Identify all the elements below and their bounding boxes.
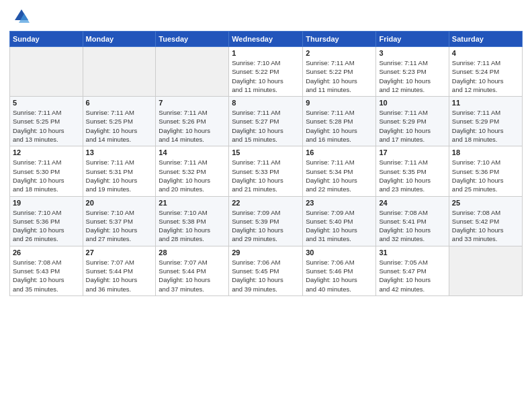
day-detail: Sunrise: 7:10 AM Sunset: 5:38 PM Dayligh… (159, 208, 226, 244)
day-detail: Sunrise: 7:06 AM Sunset: 5:46 PM Dayligh… (306, 258, 373, 293)
calendar-table: SundayMondayTuesdayWednesdayThursdayFrid… (9, 31, 523, 296)
day-detail: Sunrise: 7:08 AM Sunset: 5:41 PM Dayligh… (379, 208, 445, 244)
day-number: 20 (86, 199, 153, 207)
calendar-cell: 31Sunrise: 7:05 AM Sunset: 5:47 PM Dayli… (376, 246, 449, 295)
header (9, 7, 523, 27)
day-number: 26 (13, 248, 80, 257)
calendar-cell: 11Sunrise: 7:11 AM Sunset: 5:29 PM Dayli… (449, 97, 522, 146)
calendar-week-row: 12Sunrise: 7:11 AM Sunset: 5:30 PM Dayli… (10, 146, 523, 196)
day-detail: Sunrise: 7:11 AM Sunset: 5:26 PM Dayligh… (159, 108, 226, 144)
day-number: 12 (13, 148, 80, 156)
day-detail: Sunrise: 7:11 AM Sunset: 5:29 PM Dayligh… (452, 108, 519, 144)
day-detail: Sunrise: 7:11 AM Sunset: 5:32 PM Dayligh… (159, 158, 226, 193)
day-detail: Sunrise: 7:11 AM Sunset: 5:27 PM Dayligh… (232, 108, 300, 144)
day-detail: Sunrise: 7:06 AM Sunset: 5:45 PM Dayligh… (232, 258, 300, 293)
calendar-cell: 22Sunrise: 7:09 AM Sunset: 5:39 PM Dayli… (229, 196, 303, 246)
day-detail: Sunrise: 7:10 AM Sunset: 5:37 PM Dayligh… (86, 208, 153, 244)
day-detail: Sunrise: 7:11 AM Sunset: 5:22 PM Dayligh… (306, 58, 373, 94)
day-detail: Sunrise: 7:08 AM Sunset: 5:43 PM Dayligh… (13, 258, 80, 293)
day-number: 8 (232, 99, 300, 107)
day-number: 30 (306, 248, 373, 257)
calendar-cell: 28Sunrise: 7:07 AM Sunset: 5:44 PM Dayli… (156, 246, 229, 295)
day-detail: Sunrise: 7:11 AM Sunset: 5:34 PM Dayligh… (306, 158, 373, 193)
calendar-cell: 21Sunrise: 7:10 AM Sunset: 5:38 PM Dayli… (156, 196, 229, 246)
day-number: 2 (306, 49, 373, 57)
day-number: 24 (379, 199, 445, 207)
day-detail: Sunrise: 7:10 AM Sunset: 5:36 PM Dayligh… (452, 158, 519, 193)
day-detail: Sunrise: 7:11 AM Sunset: 5:30 PM Dayligh… (13, 158, 80, 193)
calendar-cell: 13Sunrise: 7:11 AM Sunset: 5:31 PM Dayli… (83, 146, 156, 196)
day-number: 19 (13, 199, 80, 207)
day-of-week-header: Thursday (303, 32, 376, 47)
day-number: 17 (379, 148, 445, 156)
calendar-cell: 25Sunrise: 7:08 AM Sunset: 5:42 PM Dayli… (449, 196, 522, 246)
calendar-week-row: 19Sunrise: 7:10 AM Sunset: 5:36 PM Dayli… (10, 196, 523, 246)
day-number: 29 (232, 248, 300, 257)
calendar-cell: 16Sunrise: 7:11 AM Sunset: 5:34 PM Dayli… (303, 146, 376, 196)
day-number: 23 (306, 199, 373, 207)
day-detail: Sunrise: 7:11 AM Sunset: 5:25 PM Dayligh… (13, 108, 80, 144)
calendar-cell: 18Sunrise: 7:10 AM Sunset: 5:36 PM Dayli… (449, 146, 522, 196)
day-of-week-header: Tuesday (156, 32, 229, 47)
day-detail: Sunrise: 7:10 AM Sunset: 5:36 PM Dayligh… (13, 208, 80, 244)
day-detail: Sunrise: 7:08 AM Sunset: 5:42 PM Dayligh… (452, 208, 519, 244)
day-number: 13 (86, 148, 153, 156)
calendar-cell: 14Sunrise: 7:11 AM Sunset: 5:32 PM Dayli… (156, 146, 229, 196)
day-detail: Sunrise: 7:11 AM Sunset: 5:24 PM Dayligh… (452, 58, 519, 94)
calendar-cell (10, 47, 83, 97)
calendar-cell: 7Sunrise: 7:11 AM Sunset: 5:26 PM Daylig… (156, 97, 229, 146)
calendar-cell: 15Sunrise: 7:11 AM Sunset: 5:33 PM Dayli… (229, 146, 303, 196)
day-number: 1 (232, 49, 300, 57)
day-number: 27 (86, 248, 153, 257)
day-number: 3 (379, 49, 445, 57)
calendar-week-row: 5Sunrise: 7:11 AM Sunset: 5:25 PM Daylig… (10, 97, 523, 146)
day-number: 28 (159, 248, 226, 257)
calendar-cell: 5Sunrise: 7:11 AM Sunset: 5:25 PM Daylig… (10, 97, 83, 146)
day-detail: Sunrise: 7:11 AM Sunset: 5:35 PM Dayligh… (379, 158, 445, 193)
day-detail: Sunrise: 7:10 AM Sunset: 5:22 PM Dayligh… (232, 58, 300, 94)
day-detail: Sunrise: 7:07 AM Sunset: 5:44 PM Dayligh… (159, 258, 226, 293)
day-number: 14 (159, 148, 226, 156)
day-detail: Sunrise: 7:09 AM Sunset: 5:40 PM Dayligh… (306, 208, 373, 244)
day-number: 5 (13, 99, 80, 107)
day-detail: Sunrise: 7:09 AM Sunset: 5:39 PM Dayligh… (232, 208, 300, 244)
calendar-week-row: 1Sunrise: 7:10 AM Sunset: 5:22 PM Daylig… (10, 47, 523, 97)
day-number: 18 (452, 148, 519, 156)
day-detail: Sunrise: 7:11 AM Sunset: 5:28 PM Dayligh… (306, 108, 373, 144)
day-number: 25 (452, 199, 519, 207)
day-detail: Sunrise: 7:11 AM Sunset: 5:29 PM Dayligh… (379, 108, 445, 144)
day-number: 16 (306, 148, 373, 156)
day-number: 10 (379, 99, 445, 107)
calendar-cell: 30Sunrise: 7:06 AM Sunset: 5:46 PM Dayli… (303, 246, 376, 295)
calendar-cell: 24Sunrise: 7:08 AM Sunset: 5:41 PM Dayli… (376, 196, 449, 246)
day-of-week-header: Saturday (449, 32, 522, 47)
calendar-cell: 12Sunrise: 7:11 AM Sunset: 5:30 PM Dayli… (10, 146, 83, 196)
day-number: 7 (159, 99, 226, 107)
logo (9, 7, 32, 27)
calendar-cell: 26Sunrise: 7:08 AM Sunset: 5:43 PM Dayli… (10, 246, 83, 295)
calendar-week-row: 26Sunrise: 7:08 AM Sunset: 5:43 PM Dayli… (10, 246, 523, 295)
calendar-cell: 10Sunrise: 7:11 AM Sunset: 5:29 PM Dayli… (376, 97, 449, 146)
calendar-cell: 4Sunrise: 7:11 AM Sunset: 5:24 PM Daylig… (449, 47, 522, 97)
day-number: 9 (306, 99, 373, 107)
calendar-cell: 20Sunrise: 7:10 AM Sunset: 5:37 PM Dayli… (83, 196, 156, 246)
calendar-cell: 19Sunrise: 7:10 AM Sunset: 5:36 PM Dayli… (10, 196, 83, 246)
calendar-cell: 2Sunrise: 7:11 AM Sunset: 5:22 PM Daylig… (303, 47, 376, 97)
calendar-cell (449, 246, 522, 295)
page: SundayMondayTuesdayWednesdayThursdayFrid… (0, 0, 532, 411)
day-detail: Sunrise: 7:11 AM Sunset: 5:31 PM Dayligh… (86, 158, 153, 193)
day-number: 4 (452, 49, 519, 57)
calendar-cell (156, 47, 229, 97)
calendar-cell: 1Sunrise: 7:10 AM Sunset: 5:22 PM Daylig… (229, 47, 303, 97)
day-detail: Sunrise: 7:07 AM Sunset: 5:44 PM Dayligh… (86, 258, 153, 293)
calendar-cell: 27Sunrise: 7:07 AM Sunset: 5:44 PM Dayli… (83, 246, 156, 295)
day-number: 15 (232, 148, 300, 156)
calendar-cell (83, 47, 156, 97)
calendar-cell: 9Sunrise: 7:11 AM Sunset: 5:28 PM Daylig… (303, 97, 376, 146)
logo-icon (9, 7, 30, 27)
day-of-week-header: Sunday (10, 32, 83, 47)
calendar-cell: 29Sunrise: 7:06 AM Sunset: 5:45 PM Dayli… (229, 246, 303, 295)
day-of-week-header: Monday (83, 32, 156, 47)
day-of-week-header: Friday (376, 32, 449, 47)
day-detail: Sunrise: 7:05 AM Sunset: 5:47 PM Dayligh… (379, 258, 445, 293)
